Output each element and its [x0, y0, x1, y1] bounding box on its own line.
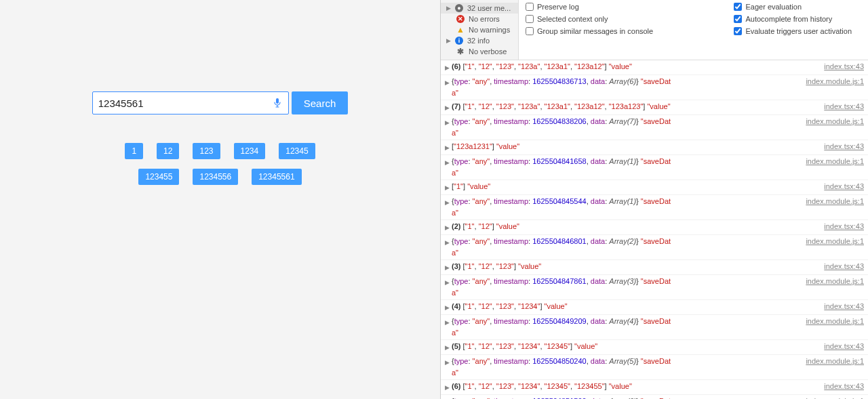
checkbox-label: Preserve log — [537, 3, 579, 11]
console-row[interactable]: ▶{type: "any", timestamp: 1625504838206,… — [441, 115, 868, 140]
console-row[interactable]: ▶["1"] "value"index.tsx:43 — [441, 180, 868, 195]
checkbox-label: Selected context only — [537, 15, 608, 23]
setting-checkbox[interactable]: Evaluate triggers user activation — [734, 27, 852, 35]
source-link[interactable]: index.tsx:43 — [824, 261, 864, 272]
tag-item[interactable]: 12 — [157, 143, 179, 159]
filter-label: No warnings — [469, 26, 510, 34]
source-link[interactable]: index.tsx:43 — [824, 221, 864, 232]
checkbox-label: Eager evaluation — [745, 3, 802, 11]
filter-sidebar: ▶●32 user me... ✕No errors ▲No warnings … — [441, 0, 519, 60]
filter-errors[interactable]: ✕No errors — [441, 14, 518, 24]
tag-list: 112123123412345123455123455612345561 — [98, 143, 342, 185]
devtools-header: ▶●32 user me... ✕No errors ▲No warnings … — [441, 0, 868, 60]
console-row[interactable]: ▶{type: "any", timestamp: 1625504851590,… — [441, 395, 868, 399]
console-row[interactable]: ▶{type: "any", timestamp: 1625504836713,… — [441, 75, 868, 100]
source-link[interactable]: index.tsx:43 — [824, 301, 864, 312]
filter-verbose[interactable]: ✱No verbose — [441, 46, 518, 57]
mic-icon[interactable] — [272, 97, 283, 109]
source-link[interactable]: index.module.js:1 — [806, 236, 864, 247]
console-row[interactable]: ▶(5) ["1", "12", "123", "1234", "12345"]… — [441, 340, 868, 355]
console-row[interactable]: ▶(6) ["1", "12", "123", "1234", "12345",… — [441, 380, 868, 395]
search-input[interactable] — [98, 98, 272, 109]
setting-checkbox[interactable]: Eager evaluation — [734, 3, 852, 11]
chevron-right-icon: ▶ — [446, 5, 451, 12]
source-link[interactable]: index.tsx:43 — [824, 141, 864, 152]
filter-info[interactable]: ▶i32 info — [441, 35, 518, 46]
source-link[interactable]: index.module.js:1 — [806, 156, 864, 167]
source-link[interactable]: index.tsx:43 — [824, 381, 864, 392]
tag-item[interactable]: 1234556 — [193, 169, 238, 185]
source-link[interactable]: index.module.js:1 — [806, 356, 864, 367]
setting-checkbox[interactable]: Autocomplete from history — [734, 15, 852, 23]
checkbox-input[interactable] — [734, 27, 742, 35]
verbose-icon: ✱ — [456, 47, 465, 56]
settings-left: Preserve logSelected context onlyGroup s… — [519, 0, 660, 60]
source-link[interactable]: index.tsx:43 — [824, 341, 864, 352]
error-icon: ✕ — [456, 15, 465, 23]
tag-item[interactable]: 123455 — [138, 169, 179, 185]
source-link[interactable]: index.module.js:1 — [806, 276, 864, 287]
source-link[interactable]: index.module.js:1 — [806, 196, 864, 207]
checkbox-input[interactable] — [526, 15, 534, 23]
chevron-right-icon: ▶ — [446, 37, 451, 44]
console-row[interactable]: ▶{type: "any", timestamp: 1625504845544,… — [441, 195, 868, 220]
console-row[interactable]: ▶(4) ["1", "12", "123", "1234"] "value"i… — [441, 300, 868, 315]
checkbox-input[interactable] — [734, 3, 742, 11]
filter-label: No errors — [469, 15, 500, 23]
settings-right: Eager evaluationAutocomplete from histor… — [727, 0, 868, 60]
checkbox-input[interactable] — [526, 27, 534, 35]
checkbox-input[interactable] — [526, 3, 534, 11]
checkbox-input[interactable] — [734, 15, 742, 23]
source-link[interactable]: index.module.js:1 — [806, 76, 864, 87]
filter-label: 32 info — [467, 37, 490, 45]
console-settings: Preserve logSelected context onlyGroup s… — [519, 0, 868, 60]
setting-checkbox[interactable]: Selected context only — [526, 15, 653, 23]
search-button[interactable]: Search — [292, 91, 349, 114]
console-row[interactable]: ▶{type: "any", timestamp: 1625504849209,… — [441, 315, 868, 340]
console-row[interactable]: ▶{type: "any", timestamp: 1625504846801,… — [441, 235, 868, 260]
console-row[interactable]: ▶{type: "any", timestamp: 1625504847861,… — [441, 275, 868, 300]
tag-item[interactable]: 1 — [125, 143, 143, 159]
console-row[interactable]: ▶(7) ["1", "12", "123", "123a", "123a1",… — [441, 100, 868, 115]
svg-rect-0 — [276, 98, 279, 104]
search-box — [92, 91, 289, 114]
source-link[interactable]: index.module.js:1 — [806, 316, 864, 327]
source-link[interactable]: index.module.js:1 — [806, 396, 864, 399]
search-bar: Search — [92, 91, 349, 114]
console-row[interactable]: ▶(2) ["1", "12"] "value"index.tsx:43 — [441, 220, 868, 235]
devtools-pane: ▶●32 user me... ✕No errors ▲No warnings … — [441, 0, 868, 399]
console-row[interactable]: ▶(3) ["1", "12", "123"] "value"index.tsx… — [441, 260, 868, 275]
checkbox-label: Autocomplete from history — [745, 15, 832, 23]
source-link[interactable]: index.tsx:43 — [824, 101, 864, 112]
console-row[interactable]: ▶{type: "any", timestamp: 1625504841658,… — [441, 155, 868, 180]
console-row[interactable]: ▶{type: "any", timestamp: 1625504850240,… — [441, 355, 868, 380]
tag-item[interactable]: 123 — [193, 143, 220, 159]
filter-label: 32 user me... — [467, 4, 511, 12]
console-row[interactable]: ▶["123a1231"] "value"index.tsx:43 — [441, 140, 868, 155]
checkbox-label: Evaluate triggers user activation — [745, 27, 852, 35]
filter-label: No verbose — [469, 47, 507, 56]
tag-item[interactable]: 12345 — [279, 143, 315, 159]
user-icon: ● — [455, 4, 463, 12]
console-row[interactable]: ▶(6) ["1", "12", "123", "123a", "123a1",… — [441, 60, 868, 75]
setting-checkbox[interactable]: Group similar messages in console — [526, 27, 653, 35]
tag-item[interactable]: 1234 — [234, 143, 266, 159]
app-pane: Search 112123123412345123455123455612345… — [0, 0, 441, 399]
warning-icon: ▲ — [456, 26, 465, 34]
console-log[interactable]: ▶(6) ["1", "12", "123", "123a", "123a1",… — [441, 60, 868, 399]
setting-checkbox[interactable]: Preserve log — [526, 3, 653, 11]
tag-item[interactable]: 12345561 — [252, 169, 301, 185]
filter-user-messages[interactable]: ▶●32 user me... — [441, 3, 518, 14]
filter-warnings[interactable]: ▲No warnings — [441, 24, 518, 35]
info-icon: i — [455, 37, 463, 45]
source-link[interactable]: index.tsx:43 — [824, 61, 864, 72]
checkbox-label: Group similar messages in console — [537, 27, 653, 35]
source-link[interactable]: index.tsx:43 — [824, 181, 864, 192]
source-link[interactable]: index.module.js:1 — [806, 116, 864, 127]
